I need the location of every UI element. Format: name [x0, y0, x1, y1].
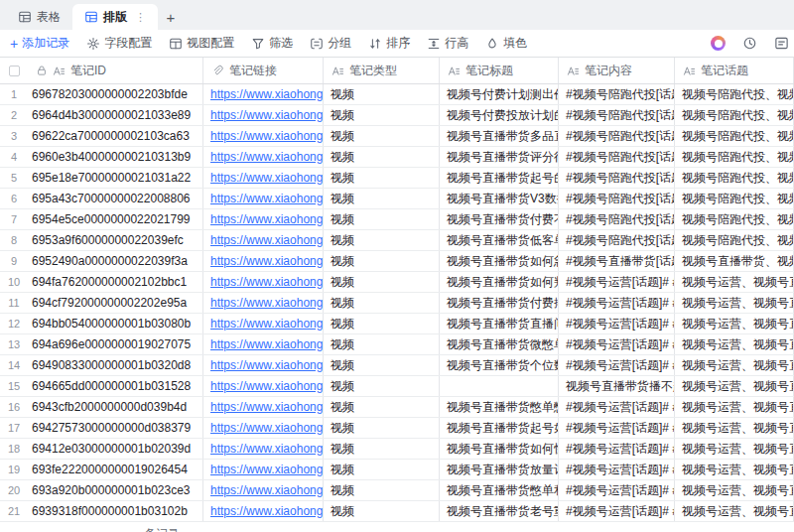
cell-note-link[interactable]: https://www.xiaohongs... — [203, 501, 324, 521]
cell-note-id[interactable]: 693a920b000000001b023ce3 — [28, 480, 203, 500]
cell-note-title[interactable]: 视频号直播带货微憋单... — [440, 334, 559, 354]
cell-note-topic[interactable]: 视频号陪跑代投、视频... — [675, 147, 794, 167]
cell-note-topic[interactable]: 视频号运营、视频号直... — [675, 355, 794, 375]
cell-note-type[interactable]: 视频 — [324, 251, 440, 271]
cell-note-topic[interactable]: 视频号陪跑代投、视频... — [675, 168, 794, 188]
cell-note-title[interactable] — [440, 376, 559, 396]
cell-note-link[interactable]: https://www.xiaohongs... — [203, 105, 324, 125]
fill-color-button[interactable]: 填色 — [485, 35, 527, 52]
cell-note-content[interactable]: #视频号陪跑代投[话题]... — [559, 189, 675, 208]
cell-note-content[interactable]: 视频号直播带货播不起... — [559, 376, 675, 396]
cell-note-title[interactable]: 视频号付费投放计划的... — [440, 105, 559, 125]
history-icon[interactable] — [742, 36, 757, 51]
select-all-checkbox[interactable] — [9, 66, 20, 76]
cell-note-type[interactable]: 视频 — [324, 209, 440, 229]
cell-note-id[interactable]: 6952490a0000000022039f3a — [28, 251, 203, 271]
cell-note-type[interactable]: 视频 — [324, 126, 440, 146]
sort-button[interactable]: 排序 — [368, 35, 410, 52]
cell-note-content[interactable]: #视频号运营[话题]# #... — [559, 460, 675, 479]
cell-note-title[interactable]: 视频号直播带货个位数... — [440, 355, 559, 375]
cell-note-id[interactable]: 695a43c70000000022008806 — [28, 189, 203, 208]
cell-note-title[interactable]: 视频号直播带货多品直... — [440, 126, 559, 146]
cell-note-link[interactable]: https://www.xiaohongs... — [203, 397, 324, 417]
cell-note-link[interactable]: https://www.xiaohongs... — [203, 376, 324, 396]
column-header-note-topic[interactable]: 笔记话题 — [675, 58, 794, 83]
cell-note-topic[interactable]: 视频号运营、视频号直... — [675, 376, 794, 396]
cell-note-title[interactable]: 视频号直播带货如何判... — [440, 272, 559, 292]
cell-note-content[interactable]: #视频号直播带货[话题]... — [559, 251, 675, 271]
cell-note-id[interactable]: 6964d4b30000000021033e89 — [28, 105, 203, 125]
cell-note-type[interactable]: 视频 — [324, 168, 440, 188]
cell-note-title[interactable]: 视频号直播带货憋单和... — [440, 480, 559, 500]
cell-note-title[interactable]: 视频号直播带货起号的... — [440, 168, 559, 188]
cell-note-topic[interactable]: 视频号运营、视频号直... — [675, 293, 794, 313]
cell-note-type[interactable]: 视频 — [324, 272, 440, 292]
select-all-cell[interactable] — [0, 58, 28, 83]
cell-note-type[interactable]: 视频 — [324, 105, 440, 125]
cell-note-id[interactable]: 6943cfb2000000000d039b4d — [28, 397, 203, 417]
cell-note-topic[interactable]: 视频号陪跑代投、视频... — [675, 230, 794, 250]
cell-note-type[interactable]: 视频 — [324, 480, 440, 500]
cell-note-topic[interactable]: 视频号运营、视频号直... — [675, 334, 794, 354]
cell-note-link[interactable]: https://www.xiaohongs... — [203, 314, 324, 333]
cell-note-type[interactable]: 视频 — [324, 418, 440, 438]
cell-note-topic[interactable]: 视频号陪跑代投、视频... — [675, 189, 794, 208]
cell-note-topic[interactable]: 视频号运营、视频号直... — [675, 397, 794, 417]
cell-note-link[interactable]: https://www.xiaohongs... — [203, 334, 324, 354]
cell-note-content[interactable]: #视频号陪跑代投[话题]... — [559, 84, 675, 104]
cell-note-id[interactable]: 694cf792000000002202e95a — [28, 293, 203, 313]
cell-note-title[interactable]: 视频号直播带货付费不... — [440, 209, 559, 229]
filter-button[interactable]: 筛选 — [251, 35, 293, 52]
cell-note-topic[interactable]: 视频号陪跑代投、视频... — [675, 126, 794, 146]
cell-note-title[interactable]: 视频号直播带货评分很... — [440, 147, 559, 167]
cell-note-id[interactable]: 6939318f000000001b03102b — [28, 501, 203, 521]
cell-note-content[interactable]: #视频号运营[话题]# #... — [559, 418, 675, 438]
cell-note-id[interactable]: 69622ca7000000002103ca63 — [28, 126, 203, 146]
cell-note-type[interactable]: 视频 — [324, 293, 440, 313]
cell-note-id[interactable]: 693fe2220000000019026454 — [28, 460, 203, 479]
cell-note-id[interactable]: 694bb054000000001b03080b — [28, 314, 203, 333]
cell-note-content[interactable]: #视频号运营[话题]# #... — [559, 314, 675, 333]
cell-note-link[interactable]: https://www.xiaohongs... — [203, 209, 324, 229]
cell-note-id[interactable]: 694fa762000000002102bbc1 — [28, 272, 203, 292]
tab-layout[interactable]: 排版 ⋮ — [72, 4, 158, 30]
cell-note-id[interactable]: 69678203000000002203bfde — [28, 84, 203, 104]
cell-note-type[interactable]: 视频 — [324, 189, 440, 208]
row-height-button[interactable]: 行高 — [427, 35, 468, 52]
cell-note-topic[interactable]: 视频号陪跑代投、视频... — [675, 209, 794, 229]
tab-table[interactable]: 表格 — [6, 4, 72, 30]
cell-note-topic[interactable]: 视频号运营、视频号直... — [675, 418, 794, 438]
cell-note-link[interactable]: https://www.xiaohongs... — [203, 189, 324, 208]
cell-note-content[interactable]: #视频号运营[话题]# #... — [559, 439, 675, 459]
cell-note-content[interactable]: #视频号陪跑代投[话题]... — [559, 147, 675, 167]
cell-note-id[interactable]: 6954e5ce0000000022021799 — [28, 209, 203, 229]
cell-note-title[interactable]: 视频号直播带货如何急... — [440, 251, 559, 271]
cell-note-topic[interactable]: 视频号陪跑代投、视频... — [675, 84, 794, 104]
cell-note-topic[interactable]: 视频号运营、视频号直... — [675, 460, 794, 479]
cell-note-content[interactable]: #视频号运营[话题]# #... — [559, 480, 675, 500]
cell-note-title[interactable]: 视频号直播带货如何快... — [440, 439, 559, 459]
cell-note-id[interactable]: 69490833000000001b0320d8 — [28, 355, 203, 375]
cell-note-title[interactable]: 视频号直播带货低客单... — [440, 230, 559, 250]
cell-note-content[interactable]: #视频号运营[话题]# #... — [559, 355, 675, 375]
cell-note-content[interactable]: #视频号运营[话题]# #... — [559, 272, 675, 292]
cell-note-id[interactable]: 694665dd000000001b031528 — [28, 376, 203, 396]
cell-note-topic[interactable]: 视频号直播带货、视频... — [675, 251, 794, 271]
column-header-note-link[interactable]: 笔记链接 — [203, 58, 324, 83]
cell-note-title[interactable]: 视频号直播带货放量计... — [440, 460, 559, 479]
cell-note-id[interactable]: 69427573000000000d038379 — [28, 418, 203, 438]
cell-note-topic[interactable]: 视频号运营、视频号直... — [675, 272, 794, 292]
cell-note-link[interactable]: https://www.xiaohongs... — [203, 230, 324, 250]
cell-note-link[interactable]: https://www.xiaohongs... — [203, 126, 324, 146]
tab-more-icon[interactable]: ⋮ — [135, 11, 146, 24]
cell-note-type[interactable]: 视频 — [324, 84, 440, 104]
cell-note-title[interactable]: 视频号直播带货老号重... — [440, 501, 559, 521]
cell-note-link[interactable]: https://www.xiaohongs... — [203, 480, 324, 500]
column-header-note-title[interactable]: 笔记标题 — [440, 58, 559, 83]
cell-note-id[interactable]: 695e18e70000000021031a22 — [28, 168, 203, 188]
cell-note-id[interactable]: 694a696e0000000019027075 — [28, 334, 203, 354]
add-record-button[interactable]: + 添加记录 — [10, 35, 69, 52]
cell-note-type[interactable]: 视频 — [324, 334, 440, 354]
cell-note-content[interactable]: #视频号运营[话题]# #... — [559, 501, 675, 521]
cell-note-title[interactable]: 视频号直播带货付费撬... — [440, 293, 559, 313]
